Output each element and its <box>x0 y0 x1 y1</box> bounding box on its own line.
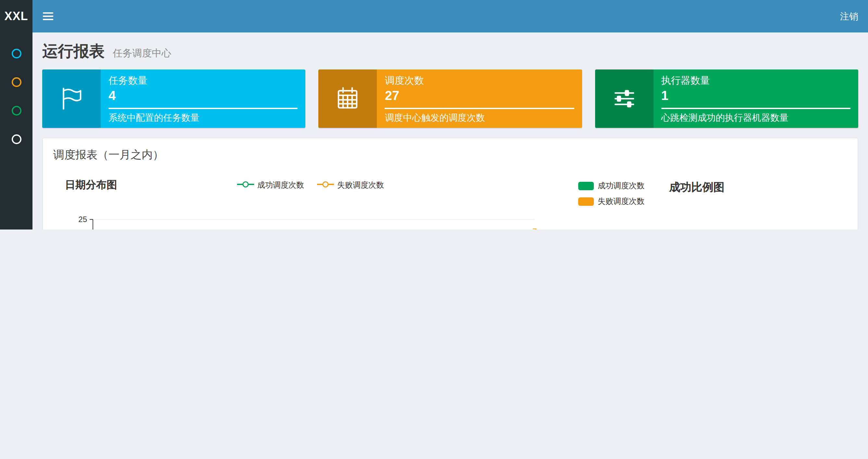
circle-icon <box>11 105 21 115</box>
svg-text:7: 7 <box>532 227 537 230</box>
legend-swatch <box>578 197 594 206</box>
page-title-text: 运行报表 <box>42 42 104 60</box>
calendar-icon <box>319 69 377 128</box>
pie-chart-header: 成功调度次数 失败调度次数 成功比例图 <box>578 181 858 207</box>
line-chart-legend: 成功调度次数 失败调度次数 <box>57 179 564 191</box>
info-box-label: 调度次数 <box>385 75 574 87</box>
date-distribution-chart[interactable]: 05101520252017-05-022017-05-052017-05-08… <box>57 201 564 230</box>
sidebar-item-2[interactable] <box>0 67 32 96</box>
info-box-jobs: 任务数量 4 系统中配置的任务数量 <box>42 69 306 128</box>
legend-item-success[interactable]: 成功调度次数 <box>237 179 304 191</box>
success-ratio-section: 成功调度次数 失败调度次数 成功比例图 成功调度次数失败调度次数 <box>564 170 863 230</box>
info-box-description: 调度中心触发的调度次数 <box>385 112 574 124</box>
legend-label: 成功调度次数 <box>257 179 304 191</box>
sidebar-item-4[interactable] <box>0 125 32 153</box>
info-box-content: 任务数量 4 系统中配置的任务数量 <box>101 69 306 128</box>
info-box-description: 心跳检测成功的执行器机器数量 <box>661 112 850 124</box>
info-box-value: 4 <box>108 88 298 103</box>
legend-line-marker <box>317 180 334 190</box>
legend-item-fail[interactable]: 失败调度次数 <box>578 196 645 207</box>
page-subtitle: 任务调度中心 <box>113 47 171 59</box>
pie-chart-title: 成功比例图 <box>669 180 724 195</box>
line-chart-title: 日期分布图 <box>65 178 117 192</box>
legend-line-marker <box>237 180 254 190</box>
info-box-executors: 执行器数量 1 心跳检测成功的执行器机器数量 <box>595 69 858 128</box>
info-box-description: 系统中配置的任务数量 <box>108 112 298 124</box>
sidebar-menu <box>0 32 32 153</box>
info-box-label: 任务数量 <box>108 75 298 87</box>
content: 运行报表 任务调度中心 任务数量 4 系统中配置的任务数量 <box>32 32 868 230</box>
page-title: 运行报表 任务调度中心 <box>42 41 858 62</box>
pie-chart-legend: 成功调度次数 失败调度次数 <box>578 181 645 207</box>
info-box-value: 1 <box>661 88 850 103</box>
app-root: XXL 注销 运行报表 <box>0 0 868 230</box>
app-logo[interactable]: XXL <box>0 0 32 32</box>
line-chart-header: 日期分布图 成功调度次数 <box>57 175 564 195</box>
top-navbar: XXL 注销 <box>0 0 868 32</box>
logout-link[interactable]: 注销 <box>830 0 868 32</box>
legend-label: 失败调度次数 <box>598 196 645 207</box>
navbar: 注销 <box>32 0 868 32</box>
circle-icon <box>11 134 21 144</box>
content-header: 运行报表 任务调度中心 <box>32 32 868 62</box>
flag-icon <box>42 69 101 128</box>
sidebar-item-1[interactable] <box>0 39 32 67</box>
info-box-row: 任务数量 4 系统中配置的任务数量 <box>32 62 868 128</box>
legend-label: 失败调度次数 <box>337 179 384 191</box>
report-panel: 调度报表（一月之内） 日期分布图 成功调度次数 <box>42 138 858 230</box>
hamburger-icon <box>43 12 53 20</box>
info-box-progress <box>385 108 574 109</box>
date-distribution-section: 日期分布图 成功调度次数 <box>48 170 564 230</box>
info-box-content: 执行器数量 1 心跳检测成功的执行器机器数量 <box>653 69 858 128</box>
success-ratio-chart[interactable]: 成功调度次数失败调度次数 <box>578 207 858 230</box>
info-box-content: 调度次数 27 调度中心触发的调度次数 <box>377 69 582 128</box>
sidebar-toggle-button[interactable] <box>32 0 64 32</box>
svg-text:25: 25 <box>78 215 87 224</box>
panel-body: 日期分布图 成功调度次数 <box>43 165 858 230</box>
legend-item-success[interactable]: 成功调度次数 <box>578 181 645 192</box>
info-box-value: 27 <box>385 88 574 103</box>
sidebar <box>0 32 32 230</box>
circle-icon <box>11 77 21 87</box>
info-box-progress <box>108 108 298 109</box>
info-box-label: 执行器数量 <box>661 75 850 87</box>
panel-header: 调度报表（一月之内） <box>43 138 858 165</box>
legend-swatch <box>578 182 594 190</box>
sidebar-item-3[interactable] <box>0 96 32 125</box>
sliders-icon <box>595 69 653 128</box>
circle-icon <box>11 48 21 58</box>
info-box-triggers: 调度次数 27 调度中心触发的调度次数 <box>319 69 582 128</box>
info-box-progress <box>661 108 850 109</box>
legend-label: 成功调度次数 <box>598 181 645 192</box>
panel-title: 调度报表（一月之内） <box>53 149 164 161</box>
legend-item-fail[interactable]: 失败调度次数 <box>317 179 384 191</box>
